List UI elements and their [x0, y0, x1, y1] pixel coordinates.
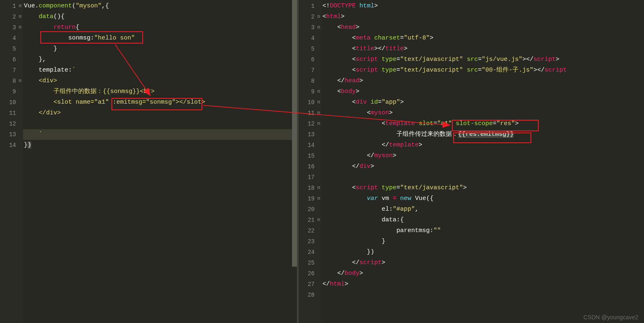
code-line: }): [322, 247, 644, 258]
code-line: </html>: [322, 279, 644, 290]
code-line: el:"#app",: [322, 204, 644, 215]
code-line: <script type="text/javascript">: [322, 183, 644, 193]
code-line: <!DOCTYPE html>: [322, 1, 644, 12]
code-line: 子组件中的数据：{{sonmsg}}<br>: [23, 86, 297, 97]
fold-icon[interactable]: ⊟: [17, 76, 23, 86]
code-editor-left[interactable]: Vue.component("myson",{ data(){ return{ …: [23, 0, 297, 323]
fold-icon[interactable]: ⊟: [316, 119, 322, 129]
code-line: <myson>: [322, 108, 644, 119]
code-line: <body>: [322, 86, 644, 97]
code-line: <head>: [322, 22, 644, 33]
fold-icon[interactable]: ⊟: [316, 12, 322, 22]
code-line: </head>: [322, 76, 644, 86]
fold-icon[interactable]: ⊟: [17, 22, 23, 33]
code-line: var vm = new Vue({: [322, 193, 644, 204]
code-line: sonmsg:"hello son": [23, 33, 297, 44]
code-line-active: `: [23, 129, 297, 140]
code-line: <div id="app">: [322, 97, 644, 108]
code-line: </div>: [23, 108, 297, 119]
editor-pane-left: 1 2 3 4 5 6 7 8 9 10 11 12 13 14 ⊟ ⊟ ⊟ ⊟…: [0, 0, 297, 323]
editor-pane-right: 1 2 3 4 5 6 7 8 9 10 11 12 13 14 15 16 1…: [299, 0, 644, 323]
code-line: <div>: [23, 76, 297, 86]
code-line: <script type="text/javascript" src="00-组…: [322, 65, 644, 76]
code-line: [322, 172, 644, 183]
code-line: <script type="text/javascript" src="js/v…: [322, 54, 644, 65]
code-line: return{: [23, 22, 297, 33]
code-line: <template slot="a1" slot-scope="res">: [322, 119, 644, 129]
code-line: </body>: [322, 268, 644, 279]
fold-icon[interactable]: ⊟: [17, 1, 23, 12]
code-line: }: [322, 236, 644, 247]
fold-icon[interactable]: ⊟: [17, 12, 23, 22]
code-line: [23, 119, 297, 129]
code-line: [322, 290, 644, 300]
fold-icon[interactable]: ⊟: [316, 215, 322, 225]
code-line: data(){: [23, 12, 297, 22]
code-line: 子组件传过来的数据：{{res.emitmsg}}: [322, 129, 644, 140]
fold-icon[interactable]: ⊟: [316, 22, 322, 33]
code-line: },: [23, 54, 297, 65]
fold-icon[interactable]: ⊟: [316, 183, 322, 193]
code-line: </div>: [322, 161, 644, 172]
code-line: </template>: [322, 140, 644, 151]
code-line: data:{: [322, 215, 644, 225]
fold-gutter[interactable]: ⊟ ⊟ ⊟ ⊟: [17, 0, 23, 323]
code-line: <slot name="a1" :emitmsg="sonmsg"></slot…: [23, 97, 297, 108]
code-line: <title></title>: [322, 44, 644, 54]
code-line: Vue.component("myson",{: [23, 1, 297, 12]
code-line: template:`: [23, 65, 297, 76]
fold-icon[interactable]: ⊟: [316, 97, 322, 108]
code-editor-right[interactable]: <!DOCTYPE html> <html> <head> <meta char…: [322, 0, 644, 323]
line-number-gutter: 1 2 3 4 5 6 7 8 9 10 11 12 13 14: [0, 0, 17, 323]
code-line: parentmsg:"": [322, 225, 644, 236]
fold-gutter[interactable]: ⊟ ⊟ ⊟ ⊟ ⊟ ⊟ ⊟ ⊟ ⊟: [316, 0, 322, 323]
fold-icon[interactable]: ⊟: [316, 108, 322, 119]
code-line: }): [23, 140, 297, 151]
code-line: </myson>: [322, 151, 644, 161]
code-line: <meta charset="utf-8">: [322, 33, 644, 44]
fold-icon[interactable]: ⊟: [316, 193, 322, 204]
watermark-text: CSDN @youngcave2: [584, 314, 638, 321]
code-line: }: [23, 44, 297, 54]
scrollbar[interactable]: [292, 0, 297, 267]
fold-icon[interactable]: ⊟: [316, 86, 322, 97]
code-line: </script>: [322, 258, 644, 268]
line-number-gutter: 1 2 3 4 5 6 7 8 9 10 11 12 13 14 15 16 1…: [299, 0, 316, 323]
code-line: <html>: [322, 12, 644, 22]
